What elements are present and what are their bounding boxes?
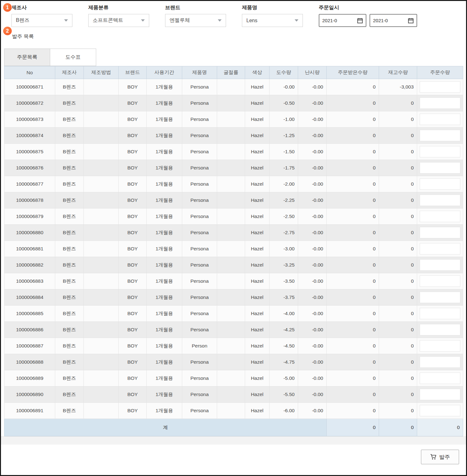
- order-qty-input[interactable]: [420, 259, 460, 271]
- cell-stock-qty: 0: [379, 111, 417, 128]
- order-qty-input[interactable]: [420, 373, 460, 384]
- cell-astigmatism: -0.00: [298, 322, 327, 338]
- cell-astigmatism: -0.00: [298, 241, 327, 257]
- cell-brand: BOY: [119, 79, 147, 95]
- cell-received-qty: 0: [327, 208, 379, 225]
- cell-refraction: [217, 403, 245, 419]
- cell-color: Hazel: [245, 403, 270, 419]
- cell-no: 1000006872: [4, 95, 55, 111]
- order-qty-input[interactable]: [420, 97, 460, 109]
- order-date-to-input[interactable]: 2021-0: [370, 14, 417, 27]
- order-qty-input[interactable]: [420, 81, 460, 93]
- order-qty-input[interactable]: [420, 227, 460, 238]
- order-qty-input[interactable]: [420, 211, 460, 222]
- cell-manufacturer: B렌즈: [55, 306, 84, 322]
- order-button[interactable]: 발주: [421, 450, 459, 464]
- cell-brand: BOY: [119, 160, 147, 176]
- cell-manufacturer: B렌즈: [55, 338, 84, 354]
- cell-method: [84, 128, 119, 144]
- table-row: 1000006877B렌즈BOY1개월용PersonaHazel-2.00-0.…: [4, 176, 463, 192]
- cell-order-qty: [417, 144, 463, 160]
- cell-power: -2.50: [270, 208, 298, 225]
- cell-astigmatism: -0.00: [298, 306, 327, 322]
- cell-order-qty: [417, 354, 463, 370]
- cell-color: Hazel: [245, 322, 270, 338]
- cell-stock-qty: 0: [379, 95, 417, 111]
- table-row: 1000006884B렌즈BOY1개월용PersonaHazel-3.75-0.…: [4, 289, 463, 306]
- cell-method: [84, 370, 119, 387]
- tab-power-table[interactable]: 도수표: [50, 49, 96, 66]
- cell-color: Hazel: [245, 225, 270, 241]
- cell-order-qty: [417, 241, 463, 257]
- cell-received-qty: 0: [327, 192, 379, 208]
- table-row: 1000006882B렌즈BOY1개월용PersonaHazel-3.25-0.…: [4, 257, 463, 273]
- category-select-value: 소프트콘텍트: [93, 17, 123, 24]
- order-qty-input[interactable]: [420, 275, 460, 287]
- cell-astigmatism: -0.00: [298, 370, 327, 387]
- cell-color: Hazel: [245, 95, 270, 111]
- product-name-select[interactable]: Lens: [242, 14, 303, 27]
- brand-select[interactable]: 엔젤루체: [165, 14, 226, 27]
- cell-method: [84, 176, 119, 192]
- cell-astigmatism: -0.00: [298, 144, 327, 160]
- cell-product: Persona: [182, 225, 217, 241]
- cell-manufacturer: B렌즈: [55, 387, 84, 403]
- order-qty-input[interactable]: [420, 389, 460, 400]
- order-qty-input[interactable]: [420, 356, 460, 368]
- cell-brand: BOY: [119, 95, 147, 111]
- cell-refraction: [217, 225, 245, 241]
- cell-received-qty: 0: [327, 79, 379, 95]
- cell-stock-qty: 0: [379, 322, 417, 338]
- cell-power: -1.00: [270, 111, 298, 128]
- cart-icon: [430, 454, 437, 460]
- tab-bar: 주문목록 도수표: [4, 49, 466, 66]
- product-name-select-value: Lens: [246, 18, 257, 23]
- cell-product: Persona: [182, 208, 217, 225]
- cell-product: Persona: [182, 354, 217, 370]
- cell-power: -3.75: [270, 289, 298, 306]
- cell-product: Persona: [182, 128, 217, 144]
- cell-product: Persona: [182, 370, 217, 387]
- order-qty-input[interactable]: [420, 324, 460, 335]
- category-select[interactable]: 소프트콘텍트: [88, 14, 149, 27]
- cell-stock-qty: 0: [379, 192, 417, 208]
- cell-method: [84, 111, 119, 128]
- cell-astigmatism: -0.00: [298, 176, 327, 192]
- chevron-down-icon: [218, 19, 222, 22]
- order-qty-input[interactable]: [420, 146, 460, 157]
- cell-order-qty: [417, 387, 463, 403]
- cell-stock-qty: 0: [379, 241, 417, 257]
- cell-brand: BOY: [119, 176, 147, 192]
- cell-order-qty: [417, 306, 463, 322]
- cell-order-qty: [417, 225, 463, 241]
- order-qty-input[interactable]: [420, 114, 460, 125]
- brand-select-value: 엔젤루체: [170, 17, 190, 24]
- cell-astigmatism: -0.00: [298, 273, 327, 289]
- cell-stock-qty: 0: [379, 128, 417, 144]
- cell-stock-qty: 0: [379, 208, 417, 225]
- order-qty-input[interactable]: [420, 162, 460, 174]
- order-qty-input[interactable]: [420, 195, 460, 206]
- col-header-period: 사용기간: [147, 66, 182, 79]
- tab-order-list[interactable]: 주문목록: [4, 49, 50, 66]
- order-qty-input[interactable]: [420, 292, 460, 303]
- order-date-from-input[interactable]: 2021-0: [319, 14, 366, 27]
- order-qty-input[interactable]: [420, 178, 460, 190]
- cell-method: [84, 289, 119, 306]
- col-header-method: 제조방법: [84, 66, 119, 79]
- table-row: 1000006887B렌즈BOY1개월용PersonHazel-4.50-0.0…: [4, 338, 463, 354]
- manufacturer-select[interactable]: B렌즈: [11, 14, 72, 27]
- order-qty-input[interactable]: [420, 405, 460, 416]
- cell-period: 1개월용: [147, 144, 182, 160]
- filter-manufacturer-label: 제조사: [11, 4, 72, 11]
- cell-manufacturer: B렌즈: [55, 225, 84, 241]
- cell-received-qty: 0: [327, 241, 379, 257]
- order-qty-input[interactable]: [420, 340, 460, 352]
- order-qty-input[interactable]: [420, 308, 460, 319]
- cell-received-qty: 0: [327, 144, 379, 160]
- cell-color: Hazel: [245, 289, 270, 306]
- footer-received-total: 0: [327, 419, 379, 436]
- order-qty-input[interactable]: [420, 243, 460, 255]
- chevron-down-icon: [141, 19, 145, 22]
- order-qty-input[interactable]: [420, 130, 460, 141]
